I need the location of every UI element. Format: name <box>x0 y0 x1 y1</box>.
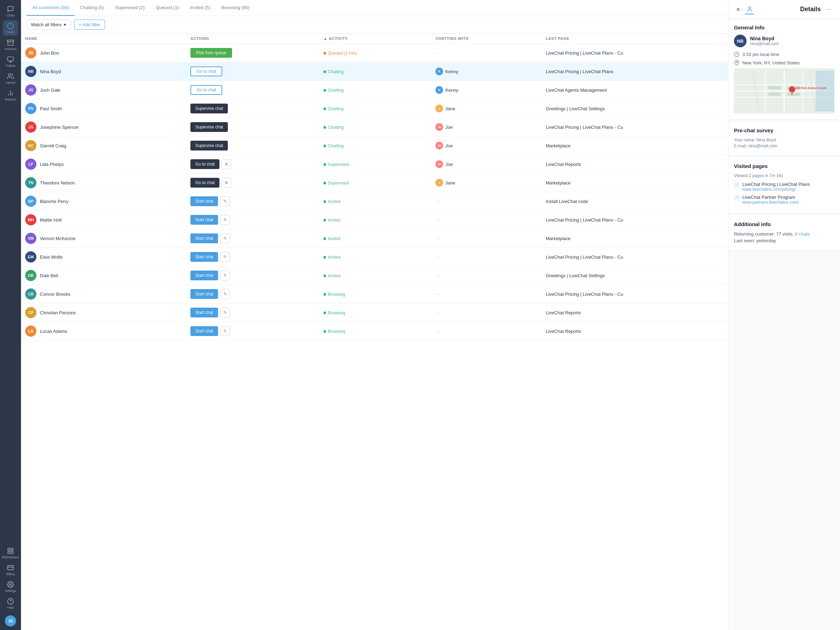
row-avatar: GC <box>25 140 36 151</box>
pick-from-queue-button[interactable]: Pick from queue <box>190 48 232 58</box>
start-chat-button[interactable]: Start chat <box>190 270 218 280</box>
clock-icon <box>734 51 739 57</box>
edit-invite-button[interactable]: ✎ <box>220 270 230 280</box>
agent-name: Joe <box>445 125 453 130</box>
go-to-chat-button[interactable]: Go to chat <box>190 178 219 188</box>
page-2-url[interactable]: www.partners.livechatinc.com/ <box>742 200 799 205</box>
tab-invited[interactable]: Invited (5) <box>185 0 216 16</box>
status-badge: Chatting <box>324 88 344 93</box>
supervise-chat-button[interactable]: Supervise chat <box>190 141 228 150</box>
panel-header: Details ··· <box>728 0 840 19</box>
status-badge: Chatting <box>324 125 344 130</box>
last-page-cell: LiveChat Pricing | LiveChat Plans <box>542 62 728 81</box>
go-to-chat-button[interactable]: Go to chat <box>190 66 222 76</box>
status-label: Invited <box>328 273 340 278</box>
last-page-cell: LiveChat Reports <box>542 303 728 322</box>
sidebar-item-chats[interactable]: Chats <box>3 3 18 19</box>
sidebar-item-settings[interactable]: Settings <box>3 579 18 594</box>
sidebar-item-reports[interactable]: Reports <box>3 87 18 103</box>
edit-invite-button[interactable]: ✎ <box>220 308 230 317</box>
actions-cell: Start chat✎ <box>190 234 315 243</box>
start-chat-button[interactable]: Start chat <box>190 234 218 243</box>
sidebar-item-help[interactable]: Help <box>3 596 18 611</box>
supervise-chat-button[interactable]: Supervise chat <box>190 122 228 132</box>
name-cell: LP Lida Phelps <box>25 159 182 170</box>
page-1-url[interactable]: www.livechatinc.com/pricing/ <box>742 187 810 192</box>
agent-name: Jane <box>445 106 455 111</box>
table-row: JG Josh Gale Go to chat Chatting K Kenny… <box>21 81 728 99</box>
start-chat-button[interactable]: Start chat <box>190 215 218 225</box>
agent-cell: Jo Joe <box>436 160 537 168</box>
page-2-title: LiveChat Partner Program <box>742 194 799 200</box>
close-panel-button[interactable] <box>734 5 742 14</box>
edit-invite-button[interactable]: ✎ <box>220 289 230 299</box>
user-profile-button[interactable] <box>745 5 754 14</box>
sidebar-item-agents[interactable]: Agents <box>3 71 18 86</box>
svg-point-18 <box>10 583 11 585</box>
svg-rect-3 <box>7 40 14 41</box>
start-chat-button[interactable]: Start chat <box>190 326 218 336</box>
status-dot-icon <box>324 219 326 221</box>
svg-text:228 Park Avenue South: 228 Park Avenue South <box>795 87 826 90</box>
go-to-chat-button[interactable]: Go to chat <box>190 85 222 95</box>
row-name: Blanche Perry <box>40 199 69 204</box>
row-avatar: VM <box>25 233 36 244</box>
svg-rect-38 <box>769 92 781 96</box>
agent-name: Kenny <box>445 69 458 74</box>
agent-avatar: K <box>436 86 443 94</box>
row-avatar: TN <box>25 177 36 188</box>
name-cell: PS Paul Smith <box>25 103 182 114</box>
close-supervised-button[interactable]: ✕ <box>221 178 231 188</box>
sidebar-item-marketplace[interactable]: Marketplace <box>3 545 18 561</box>
edit-invite-button[interactable]: ✎ <box>220 252 230 262</box>
name-cell: BP Blanche Perry <box>25 196 182 207</box>
supervise-chat-button[interactable]: Supervise chat <box>190 104 228 114</box>
row-avatar: BP <box>25 196 36 207</box>
status-label: Supervised <box>328 162 349 167</box>
close-supervised-button[interactable]: ✕ <box>221 159 231 169</box>
name-cell: LA Lucas Adams <box>25 325 182 337</box>
table-row: MH Mattie Holt Start chat✎ Invited —Live… <box>21 211 728 229</box>
table-row: DB Dale Bell Start chat✎ Invited —Greeti… <box>21 266 728 285</box>
panel-more-options[interactable]: ··· <box>824 4 834 14</box>
page-doc-icon-2: 📄 <box>734 195 739 201</box>
start-chat-button[interactable]: Start chat <box>190 308 218 317</box>
start-chat-button[interactable]: Start chat <box>190 196 218 206</box>
start-chat-button[interactable]: Start chat <box>190 289 218 299</box>
row-avatar: JB <box>25 47 36 58</box>
edit-invite-button[interactable]: ✎ <box>220 326 230 336</box>
edit-invite-button[interactable]: ✎ <box>220 196 230 206</box>
sidebar-item-billing[interactable]: Billing <box>3 562 18 578</box>
sidebar-item-traffic[interactable]: Traffic <box>3 20 18 36</box>
edit-invite-button[interactable]: ✎ <box>220 215 230 225</box>
last-page-cell: LiveChat Pricing | LiveChat Plans - Cu <box>542 118 728 136</box>
go-to-chat-button[interactable]: Go to chat <box>190 159 219 169</box>
sidebar-item-tickets[interactable]: Tickets <box>3 54 18 69</box>
col-activity: ▲ACTIVITY <box>319 33 431 44</box>
visited-summary: Viewed 2 pages in 7m 16s <box>734 173 834 178</box>
edit-invite-button[interactable]: ✎ <box>220 234 230 243</box>
tab-all-customers[interactable]: All customers (94) <box>27 0 74 16</box>
row-name: John Bon <box>40 51 59 56</box>
tab-queued[interactable]: Queued (1) <box>150 0 185 16</box>
tab-browsing[interactable]: Browsing (80) <box>216 0 255 16</box>
svg-point-23 <box>748 7 751 9</box>
row-avatar: MH <box>25 214 36 226</box>
actions-cell: Supervise chat <box>190 104 315 114</box>
no-agent: — <box>436 217 440 223</box>
tab-chatting[interactable]: Chatting (5) <box>74 0 109 16</box>
svg-rect-13 <box>11 548 13 550</box>
match-all-filters-dropdown[interactable]: Match all filters ▾ <box>27 20 71 30</box>
col-chatting-with: CHATTING WITH <box>431 33 542 44</box>
no-agent: — <box>436 273 440 278</box>
start-chat-button[interactable]: Start chat <box>190 252 218 262</box>
sidebar-item-archives[interactable]: Archives <box>3 37 18 52</box>
add-filter-button[interactable]: + Add filter <box>74 20 105 30</box>
sidebar: Chats Traffic Archives Tickets Agents Re… <box>0 0 21 630</box>
chats-link[interactable]: 6 chats <box>795 231 810 237</box>
row-avatar: NB <box>25 66 36 77</box>
agent-name: Joe <box>445 143 453 148</box>
avatar[interactable]: JD <box>5 615 16 627</box>
actions-cell: Supervise chat <box>190 141 315 150</box>
tab-supervised[interactable]: Supervised (2) <box>109 0 150 16</box>
